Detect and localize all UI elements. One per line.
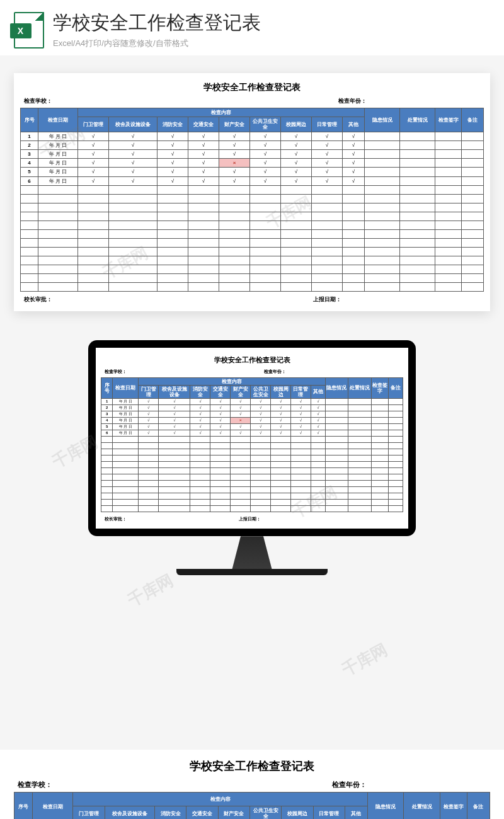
- table-header: 校舍及设施设备: [109, 117, 158, 132]
- spreadsheet-preview-card: 学校安全工作检查登记表 检查学校： 检查年份： 序号检查日期检查内容隐患情况处置…: [14, 73, 490, 311]
- table-header: 检查内容: [139, 377, 325, 385]
- sheet-title: 学校安全工作检查登记表: [101, 353, 403, 369]
- table-header: 交通安全: [188, 117, 219, 132]
- table-header: 消防安全: [158, 117, 188, 132]
- table-row: 6年 月 日√√√√√√√√√: [21, 176, 484, 185]
- table-row: 3年 月 日√√√√√√√√√: [101, 411, 403, 418]
- table-header: 校园周边: [281, 117, 312, 132]
- table-header: 公共卫生安全: [251, 385, 271, 398]
- table-row: 6年 月 日√√√√√√√√√: [101, 430, 403, 437]
- inspection-table: 序号检查日期检查内容隐患情况处置情况检查签字备注门卫管理校舍及设施设备消防安全交…: [20, 108, 484, 292]
- table-header: 备注: [462, 108, 484, 132]
- monitor-stand: [224, 536, 280, 569]
- table-header: 校园周边: [282, 806, 313, 820]
- table-row: [21, 273, 484, 282]
- table-row: [21, 194, 484, 203]
- table-header: 其他: [343, 117, 365, 132]
- table-row: 2年 月 日√√√√√√√√√: [21, 140, 484, 149]
- table-header: 日常管理: [313, 806, 345, 820]
- footer-report-date-label: 上报日期：: [239, 516, 261, 522]
- table-header: 序号: [101, 377, 113, 399]
- inspection-table: 序号检查日期检查内容隐患情况处置情况检查签字备注门卫管理校舍及设施设备消防安全交…: [101, 377, 403, 513]
- table-row: [21, 256, 484, 265]
- table-header: 序号: [21, 108, 38, 132]
- table-header: 检查内容: [73, 793, 367, 806]
- table-row: [101, 462, 403, 468]
- footer-report-date-label: 上报日期：: [313, 295, 341, 304]
- table-header: 校舍及设施设备: [159, 385, 190, 398]
- spreadsheet-preview-cropped: 学校安全工作检查登记表 检查学校： 检查年份： 序号检查日期检查内容隐患情况处置…: [0, 750, 504, 819]
- table-row: [21, 212, 484, 220]
- table-header: 消防安全: [190, 385, 210, 398]
- footer-approval-label: 校长审批：: [24, 295, 52, 304]
- table-header: 公共卫生安全: [250, 117, 281, 132]
- table-row: [101, 468, 403, 474]
- meta-school-label: 检查学校：: [105, 369, 127, 375]
- table-header: 序号: [14, 793, 33, 820]
- meta-school-label: 检查学校：: [24, 97, 52, 105]
- table-header: 检查内容: [78, 108, 365, 117]
- table-header: 交通安全: [186, 806, 218, 820]
- table-row: [21, 203, 484, 212]
- table-header: 日常管理: [312, 117, 343, 132]
- table-header: 备注: [467, 793, 490, 820]
- watermark: 千库网: [123, 570, 177, 612]
- meta-year-label: 检查年份：: [264, 369, 286, 375]
- table-row: [101, 474, 403, 481]
- table-row: [21, 247, 484, 256]
- table-row: [101, 449, 403, 455]
- table-row: [101, 500, 403, 506]
- table-row: 3年 月 日√√√√√√√√√: [21, 149, 484, 158]
- meta-year-label: 检查年份：: [332, 780, 367, 789]
- table-header: 交通安全: [210, 385, 231, 398]
- table-row: 1年 月 日√√√√√√√√√: [21, 132, 484, 140]
- table-row: [21, 185, 484, 194]
- table-header: 检查签字: [435, 108, 462, 132]
- table-row: 2年 月 日√√√√√√√√√: [101, 405, 403, 411]
- table-header: 消防安全: [154, 806, 186, 820]
- inspection-table: 序号检查日期检查内容隐患情况处置情况检查签字备注门卫管理校舍及设施设备消防安全交…: [14, 792, 490, 819]
- table-row: [21, 229, 484, 238]
- table-header: 隐患情况: [367, 793, 404, 820]
- table-header: 财产安全: [218, 806, 249, 820]
- table-header: 其他: [345, 806, 367, 820]
- table-header: 其他: [311, 385, 325, 398]
- page-subtitle: Excel/A4打印/内容随意修改/自带格式: [53, 38, 490, 49]
- sheet-title: 学校安全工作检查登记表: [14, 755, 490, 780]
- table-header: 备注: [389, 377, 403, 399]
- page-title: 学校安全工作检查登记表: [53, 11, 490, 34]
- table-header: 处置情况: [400, 108, 435, 132]
- table-row: 4年 月 日√√√√×√√√√: [21, 159, 484, 168]
- table-header: 门卫管理: [78, 117, 109, 132]
- table-row: 1年 月 日√√√√√√√√√: [101, 399, 403, 405]
- table-row: [101, 481, 403, 487]
- table-header: 隐患情况: [365, 108, 400, 132]
- meta-school-label: 检查学校：: [18, 780, 52, 789]
- table-header: 门卫管理: [73, 806, 105, 820]
- monitor-mockup: 学校安全工作检查登记表 检查学校： 检查年份： 序号检查日期检查内容隐患情况处置…: [0, 340, 504, 576]
- sheet-title: 学校安全工作检查登记表: [20, 79, 484, 97]
- table-header: 日常管理: [291, 385, 311, 398]
- table-row: [21, 238, 484, 247]
- table-header: 门卫管理: [139, 385, 159, 398]
- table-row: [21, 220, 484, 229]
- table-header: 处置情况: [404, 793, 440, 820]
- table-header: 校园周边: [271, 385, 291, 398]
- table-row: [101, 455, 403, 462]
- table-header: 公共卫生安全: [249, 806, 281, 820]
- table-header: 检查签字: [371, 377, 388, 399]
- table-row: 4年 月 日√√√√×√√√√: [101, 418, 403, 424]
- table-row: [101, 493, 403, 500]
- table-row: [21, 282, 484, 291]
- table-header: 检查日期: [113, 377, 139, 399]
- table-header: 检查日期: [38, 108, 78, 132]
- table-row: [101, 443, 403, 449]
- monitor-base: [176, 569, 328, 575]
- table-row: 5年 月 日√√√√√√√√√: [101, 424, 403, 430]
- excel-file-icon: X: [14, 12, 44, 49]
- table-row: [21, 265, 484, 273]
- page-banner: X 学校安全工作检查登记表 Excel/A4打印/内容随意修改/自带格式: [0, 0, 504, 55]
- table-header: 财产安全: [219, 117, 250, 132]
- table-row: [101, 506, 403, 512]
- table-header: 隐患情况: [325, 377, 348, 399]
